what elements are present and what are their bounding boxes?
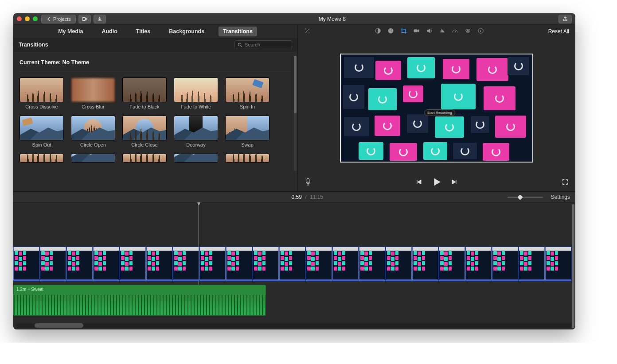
close-window-button[interactable] bbox=[17, 16, 22, 21]
noise-reduction-button[interactable] bbox=[439, 27, 445, 35]
video-clip-frame[interactable] bbox=[386, 247, 412, 281]
audio-clip[interactable]: 1.2m – Sweet bbox=[13, 285, 266, 316]
next-button[interactable] bbox=[451, 178, 458, 187]
transition-thumb bbox=[20, 154, 64, 163]
play-button[interactable] bbox=[432, 178, 441, 188]
transition-label: Doorway bbox=[186, 142, 205, 147]
video-clip-frame[interactable] bbox=[465, 247, 492, 281]
svg-point-3 bbox=[388, 28, 393, 33]
info-button[interactable] bbox=[477, 27, 484, 35]
video-clip-frame[interactable] bbox=[226, 247, 252, 281]
timeline-horizontal-scrollbar[interactable] bbox=[16, 323, 573, 328]
skip-back-icon bbox=[415, 178, 422, 186]
transition-item[interactable]: Swap bbox=[225, 116, 269, 147]
tab-transitions[interactable]: Transitions bbox=[219, 27, 257, 36]
transition-thumb bbox=[225, 77, 269, 102]
video-clip-frame[interactable] bbox=[439, 247, 465, 281]
timeline-vertical-scrollbar[interactable] bbox=[572, 204, 574, 328]
stabilize-button[interactable] bbox=[413, 27, 420, 35]
app-window: Projects My Movie 8 My Media Audio Title… bbox=[13, 13, 575, 329]
projects-back-button[interactable]: Projects bbox=[41, 15, 76, 23]
video-clip-frame[interactable] bbox=[253, 247, 279, 281]
minimize-window-button[interactable] bbox=[25, 16, 30, 21]
search-input[interactable] bbox=[245, 42, 285, 47]
three-circles-icon bbox=[465, 27, 471, 34]
timeline-settings-button[interactable]: Settings bbox=[551, 194, 570, 200]
transition-item[interactable] bbox=[20, 154, 64, 163]
transition-item[interactable]: Spin In bbox=[225, 77, 269, 109]
preview-element bbox=[508, 56, 530, 76]
video-clip-frame[interactable] bbox=[120, 247, 146, 281]
video-clip-frame[interactable] bbox=[13, 247, 39, 281]
preview-element bbox=[375, 61, 401, 80]
transition-item[interactable]: Fade to White bbox=[174, 77, 218, 109]
search-field[interactable] bbox=[234, 40, 292, 49]
video-clip-frame[interactable] bbox=[545, 247, 571, 281]
transition-item[interactable]: Spin Out bbox=[20, 116, 64, 147]
import-media-button[interactable] bbox=[78, 15, 91, 23]
transition-label: Spin In bbox=[240, 104, 255, 109]
timeline-area[interactable]: 1.2m – Sweet bbox=[13, 202, 575, 329]
transition-item[interactable]: Cross Blur bbox=[71, 77, 115, 109]
transition-item[interactable] bbox=[225, 154, 269, 163]
transition-item[interactable] bbox=[174, 154, 218, 163]
color-correction-button[interactable] bbox=[387, 27, 394, 35]
preview-element bbox=[435, 116, 464, 138]
transition-label: Fade to Black bbox=[129, 104, 159, 109]
tab-my-media[interactable]: My Media bbox=[54, 27, 87, 36]
transition-item[interactable] bbox=[71, 154, 115, 163]
transition-item[interactable]: Fade to Black bbox=[122, 77, 167, 109]
video-clip-frame[interactable] bbox=[66, 247, 93, 281]
preview-canvas[interactable]: Start Recording bbox=[340, 54, 533, 163]
filters-button[interactable] bbox=[465, 27, 471, 35]
video-clip-frame[interactable] bbox=[492, 247, 518, 281]
tab-backgrounds[interactable]: Backgrounds bbox=[164, 27, 209, 36]
video-clip-frame[interactable] bbox=[173, 247, 199, 281]
browser-scrollbar[interactable] bbox=[294, 56, 297, 171]
media-import-icon bbox=[82, 16, 87, 22]
speed-button[interactable] bbox=[452, 27, 458, 35]
zoom-slider[interactable] bbox=[508, 197, 543, 198]
transition-item[interactable] bbox=[122, 154, 167, 163]
video-clip-frame[interactable] bbox=[93, 247, 119, 281]
transition-thumb bbox=[122, 154, 167, 163]
video-clip-frame[interactable] bbox=[306, 247, 332, 281]
transition-item[interactable]: Circle Open bbox=[71, 116, 115, 147]
transition-item[interactable]: Circle Close bbox=[122, 116, 167, 147]
transition-label: Fade to White bbox=[181, 104, 211, 109]
transition-thumb bbox=[174, 77, 218, 102]
enhance-button[interactable] bbox=[304, 27, 311, 35]
import-download-button[interactable] bbox=[94, 15, 106, 23]
video-clip-frame[interactable] bbox=[332, 247, 359, 281]
video-track[interactable] bbox=[13, 247, 575, 281]
palette-icon bbox=[387, 27, 394, 34]
transition-thumb bbox=[71, 77, 115, 102]
volume-button[interactable] bbox=[426, 27, 433, 35]
color-balance-button[interactable] bbox=[375, 27, 381, 35]
transition-item[interactable]: Doorway bbox=[174, 116, 218, 147]
crop-button[interactable] bbox=[400, 27, 407, 35]
transition-thumb bbox=[122, 77, 167, 102]
preview-overlay-pill: Start Recording bbox=[424, 109, 455, 116]
speedometer-icon bbox=[452, 27, 458, 34]
svg-rect-7 bbox=[414, 30, 418, 32]
transition-label: Cross Dissolve bbox=[25, 104, 58, 109]
reset-all-button[interactable]: Reset All bbox=[548, 28, 569, 35]
zoom-window-button[interactable] bbox=[33, 16, 38, 21]
fullscreen-button[interactable] bbox=[562, 179, 568, 186]
tab-audio[interactable]: Audio bbox=[97, 27, 121, 36]
preview-element bbox=[423, 142, 447, 160]
voiceover-button[interactable] bbox=[305, 178, 311, 187]
share-button[interactable] bbox=[558, 15, 572, 23]
contrast-icon bbox=[375, 27, 381, 34]
video-clip-frame[interactable] bbox=[519, 247, 545, 281]
video-clip-frame[interactable] bbox=[40, 247, 66, 281]
video-clip-frame[interactable] bbox=[279, 247, 305, 281]
video-clip-frame[interactable] bbox=[412, 247, 438, 281]
video-clip-frame[interactable] bbox=[359, 247, 385, 281]
tab-titles[interactable]: Titles bbox=[132, 27, 155, 36]
transition-item[interactable]: Cross Dissolve bbox=[20, 77, 64, 109]
video-clip-frame[interactable] bbox=[146, 247, 172, 281]
prev-button[interactable] bbox=[415, 178, 422, 187]
video-clip-frame[interactable] bbox=[199, 247, 226, 281]
